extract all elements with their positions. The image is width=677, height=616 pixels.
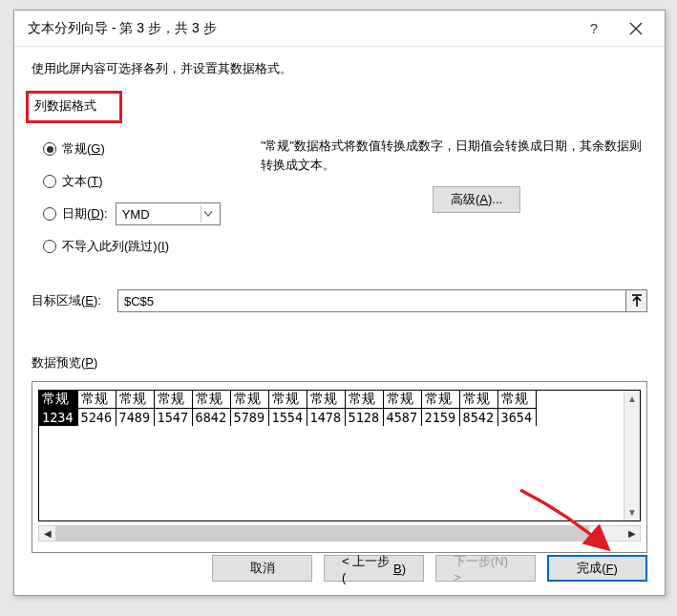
- format-description: "常规"数据格式将数值转换成数字，日期值会转换成日期，其余数据则转换成文本。 高…: [251, 127, 647, 263]
- advanced-button[interactable]: 高级(A)...: [433, 186, 520, 213]
- preview-col-header[interactable]: 常规: [383, 391, 421, 409]
- dialog-footer: 取消 < 上一步(B) 下一步(N) > 完成(F): [212, 555, 647, 582]
- preview-label: 数据预览(P): [32, 354, 647, 372]
- radio-icon: [43, 207, 56, 221]
- radio-icon: [43, 142, 56, 156]
- date-format-select[interactable]: YMD: [116, 202, 221, 225]
- preview-cell[interactable]: 1554: [268, 409, 307, 426]
- preview-cell[interactable]: 4587: [383, 409, 421, 426]
- preview-col-header[interactable]: 常规: [345, 391, 383, 409]
- preview-cell[interactable]: 2159: [421, 409, 459, 426]
- text-to-columns-wizard-dialog: 文本分列向导 - 第 3 步，共 3 步 ? 使用此屏内容可选择各列，并设置其数…: [13, 10, 666, 596]
- preview-col-header[interactable]: 常规: [39, 391, 77, 409]
- instruction-text: 使用此屏内容可选择各列，并设置其数据格式。: [32, 60, 647, 77]
- scroll-right-icon: ▶: [624, 528, 640, 539]
- help-button[interactable]: ?: [573, 14, 615, 43]
- dialog-title: 文本分列向导 - 第 3 步，共 3 步: [28, 20, 573, 37]
- radio-icon: [43, 175, 56, 188]
- preview-col-header[interactable]: 常规: [421, 391, 459, 409]
- radio-text[interactable]: 文本(T): [43, 165, 251, 198]
- preview-col-header[interactable]: 常规: [307, 391, 345, 409]
- back-button[interactable]: < 上一步(B): [324, 555, 424, 582]
- radio-general[interactable]: 常规(G): [43, 133, 251, 165]
- vertical-scrollbar[interactable]: ▲ ▼: [624, 391, 640, 520]
- preview-col-header[interactable]: 常规: [268, 391, 307, 409]
- format-radio-group: 常规(G) 文本(T) 日期(D): YMD: [32, 127, 251, 263]
- scroll-down-icon: ▼: [624, 504, 640, 520]
- horizontal-scrollbar[interactable]: ◀ ▶: [38, 525, 641, 542]
- finish-button[interactable]: 完成(F): [547, 555, 647, 582]
- preview-cell[interactable]: 6842: [192, 409, 230, 426]
- preview-col-header[interactable]: 常规: [192, 391, 230, 409]
- destination-input[interactable]: [118, 290, 625, 311]
- next-button[interactable]: 下一步(N) >: [435, 555, 536, 582]
- preview-cell[interactable]: 3654: [497, 409, 536, 426]
- close-icon: [629, 22, 643, 35]
- preview-col-header[interactable]: 常规: [459, 391, 497, 409]
- preview-cell[interactable]: 1234: [39, 409, 77, 426]
- cancel-button[interactable]: 取消: [212, 555, 312, 582]
- titlebar: 文本分列向导 - 第 3 步，共 3 步 ?: [14, 11, 665, 47]
- range-picker-button[interactable]: [625, 290, 646, 311]
- close-button[interactable]: [615, 14, 657, 43]
- preview-cell[interactable]: 5128: [345, 409, 383, 426]
- chevron-down-icon: [201, 205, 216, 223]
- preview-cell[interactable]: 1478: [307, 409, 345, 426]
- preview-col-header[interactable]: 常规: [154, 391, 192, 409]
- preview-box: 常规常规常规常规常规常规常规常规常规常规常规常规常规12345246748915…: [32, 381, 647, 553]
- date-format-value: YMD: [122, 207, 150, 222]
- range-picker-icon: [631, 294, 643, 308]
- destination-label: 目标区域(E):: [32, 292, 117, 309]
- scroll-left-icon: ◀: [39, 528, 55, 539]
- radio-icon: [43, 240, 56, 253]
- preview-cell[interactable]: 1547: [154, 409, 192, 426]
- scroll-thumb[interactable]: [55, 526, 589, 541]
- preview-table[interactable]: 常规常规常规常规常规常规常规常规常规常规常规常规常规12345246748915…: [38, 390, 641, 521]
- preview-cell[interactable]: 5789: [230, 409, 268, 426]
- column-data-format-group-label: 列数据格式: [26, 91, 122, 123]
- preview-cell[interactable]: 5246: [77, 409, 116, 426]
- preview-cell[interactable]: 7489: [116, 409, 154, 426]
- preview-col-header[interactable]: 常规: [497, 391, 536, 409]
- preview-col-header[interactable]: 常规: [77, 391, 116, 409]
- preview-cell[interactable]: 8542: [459, 409, 497, 426]
- scroll-up-icon: ▲: [624, 391, 640, 407]
- preview-col-header[interactable]: 常规: [230, 391, 268, 409]
- radio-date[interactable]: 日期(D): YMD: [43, 198, 251, 230]
- preview-col-header[interactable]: 常规: [116, 391, 154, 409]
- radio-skip[interactable]: 不导入此列(跳过)(I): [43, 230, 251, 263]
- destination-input-wrap: [117, 289, 647, 312]
